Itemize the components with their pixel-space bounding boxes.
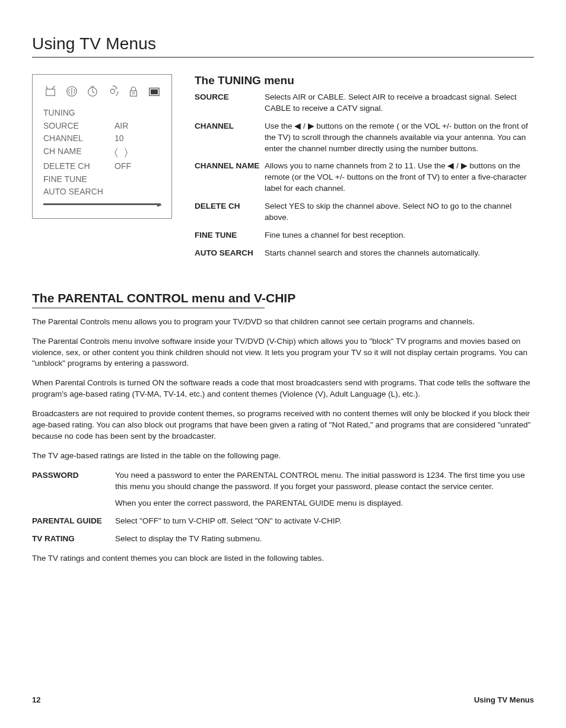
right-triangle-icon: ▶ bbox=[308, 121, 314, 132]
def-body: Select to display the TV Rating submenu. bbox=[115, 534, 534, 545]
osd-item-value: AIR bbox=[115, 120, 128, 133]
def-row-fine-tune: FINE TUNE Fine tunes a channel for best … bbox=[195, 230, 534, 241]
osd-item-label: SOURCE bbox=[43, 120, 115, 133]
def-row-channel: CHANNEL Use the ◀ / ▶ buttons on the rem… bbox=[195, 121, 534, 155]
def-label: SOURCE bbox=[195, 92, 265, 103]
svg-point-3 bbox=[111, 89, 115, 93]
def-row-source: SOURCE Selects AIR or CABLE. Select AIR … bbox=[195, 92, 534, 114]
def-label: CHANNEL NAME bbox=[195, 161, 265, 172]
parental-p1: The Parental Controls menu allows you to… bbox=[32, 317, 534, 328]
def-label: FINE TUNE bbox=[195, 230, 265, 241]
parental-p6: The TV ratings and content themes you ca… bbox=[32, 553, 534, 564]
osd-menu-list: TUNING SOURCEAIR CHANNEL10 CH NAME〈 〉 DE… bbox=[43, 107, 161, 205]
video-icon bbox=[148, 84, 161, 98]
clock-icon bbox=[86, 84, 99, 98]
settings-icon bbox=[106, 84, 119, 98]
osd-item-label: CHANNEL bbox=[43, 132, 115, 145]
def-label: PASSWORD bbox=[32, 470, 115, 481]
def-label: TV RATING bbox=[32, 534, 115, 545]
page-title: Using TV Menus bbox=[32, 34, 534, 53]
lock-icon: R bbox=[127, 84, 140, 98]
def-body: Allows you to name channels from 2 to 11… bbox=[265, 161, 534, 194]
parental-heading: The PARENTAL CONTROL menu and V-CHIP bbox=[32, 291, 534, 305]
osd-item-value: 〈 〉 bbox=[115, 145, 130, 160]
def-body: Starts channel search and stores the cha… bbox=[265, 248, 534, 259]
tuning-icon bbox=[44, 84, 58, 98]
footer-section: Using TV Menus bbox=[474, 695, 534, 704]
password-body-1: You need a password to enter the PARENTA… bbox=[115, 470, 534, 493]
def-row-channel-name: CHANNEL NAME Allows you to name channels… bbox=[195, 161, 534, 194]
parental-p3: When Parental Controls is turned ON the … bbox=[32, 378, 534, 400]
title-rule bbox=[32, 57, 534, 58]
tuning-heading: The TUNING menu bbox=[195, 74, 534, 87]
osd-item-label: DELETE CH bbox=[43, 160, 115, 173]
audio-icon bbox=[65, 84, 78, 98]
def-row-delete-ch: DELETE CH Select YES to skip the channel… bbox=[195, 201, 534, 223]
def-label: DELETE CH bbox=[195, 201, 265, 212]
def-row-auto-search: AUTO SEARCH Starts channel search and st… bbox=[195, 248, 534, 259]
left-triangle-icon: ◀ bbox=[447, 161, 454, 172]
parental-p2: The Parental Controls menu involve softw… bbox=[32, 336, 534, 370]
osd-item-value: OFF bbox=[115, 160, 131, 173]
def-label: AUTO SEARCH bbox=[195, 248, 265, 259]
def-row-tv-rating: TV RATING Select to display the TV Ratin… bbox=[32, 534, 534, 545]
svg-rect-7 bbox=[151, 90, 158, 94]
def-row-password: PASSWORD You need a password to enter th… bbox=[32, 470, 534, 510]
parental-p4: Broadcasters are not required to provide… bbox=[32, 408, 534, 442]
svg-text:R: R bbox=[132, 91, 135, 95]
left-triangle-icon: ◀ bbox=[294, 121, 301, 132]
def-body: Use the ◀ / ▶ buttons on the remote ( or… bbox=[265, 121, 534, 155]
osd-item-label: CH NAME bbox=[43, 145, 115, 160]
page-number: 12 bbox=[32, 695, 40, 704]
parental-underline bbox=[32, 308, 265, 308]
def-body: Select YES to skip the channel above. Se… bbox=[265, 201, 534, 223]
osd-underline bbox=[43, 203, 161, 205]
osd-item-label: AUTO SEARCH bbox=[43, 186, 115, 199]
osd-item-label: FINE TUNE bbox=[43, 173, 115, 186]
def-body: Fine tunes a channel for best reception. bbox=[265, 230, 534, 241]
def-label: CHANNEL bbox=[195, 121, 265, 132]
def-body: Selects AIR or CABLE. Select AIR to rece… bbox=[265, 92, 534, 114]
right-triangle-icon: ▶ bbox=[461, 161, 468, 172]
password-body-2: When you enter the correct password, the… bbox=[115, 498, 534, 509]
osd-icon-row: R bbox=[43, 84, 161, 98]
osd-item-value: 10 bbox=[115, 132, 124, 145]
def-row-parental-guide: PARENTAL GUIDE Select "OFF" to turn V-CH… bbox=[32, 516, 534, 527]
def-body: You need a password to enter the PARENTA… bbox=[115, 470, 534, 510]
def-body: Select "OFF" to turn V-CHIP off. Select … bbox=[115, 516, 534, 527]
svg-rect-0 bbox=[46, 89, 55, 95]
osd-header: TUNING bbox=[43, 107, 115, 120]
def-label: PARENTAL GUIDE bbox=[32, 516, 115, 527]
parental-p5: The TV age-based ratings are listed in t… bbox=[32, 451, 534, 462]
osd-screenshot: R TUNING SOURCEAIR CHANNEL10 CH NAME〈 〉 … bbox=[32, 74, 172, 219]
